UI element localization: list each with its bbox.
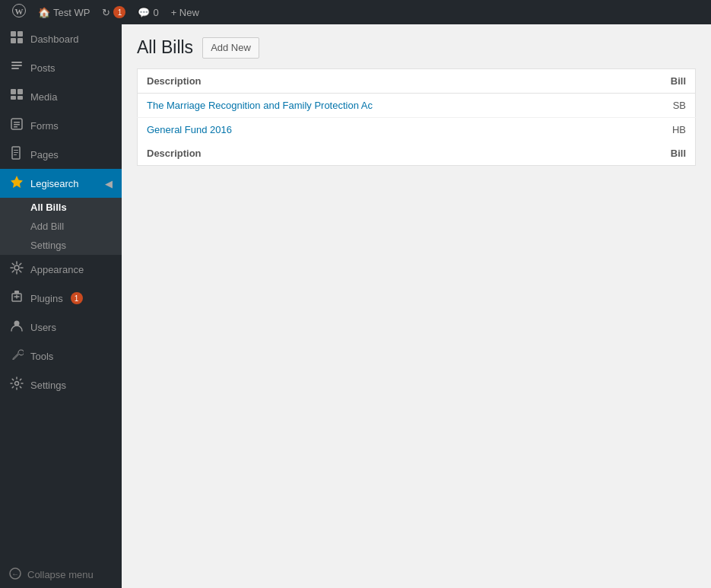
svg-rect-3 <box>17 31 23 37</box>
admin-menu: Dashboard Posts Media Forms Pages <box>0 24 122 588</box>
svg-rect-18 <box>14 150 18 151</box>
sidebar-item-forms[interactable]: Forms <box>0 111 122 140</box>
sidebar-item-label: Tools <box>30 351 53 362</box>
svg-rect-12 <box>17 96 23 100</box>
media-icon <box>9 88 24 105</box>
svg-rect-11 <box>11 96 16 100</box>
comments-count: 0 <box>153 7 158 18</box>
pages-icon <box>9 146 24 163</box>
svg-rect-15 <box>14 124 20 126</box>
svg-rect-8 <box>11 68 19 69</box>
bill-footer: Bill <box>627 141 696 166</box>
sidebar-item-plugins[interactable]: Plugins 1 <box>0 284 122 313</box>
users-icon <box>9 319 24 335</box>
new-content-button[interactable]: + New <box>165 0 205 24</box>
collapse-menu-button[interactable]: ← Collapse menu <box>0 561 122 588</box>
svg-text:W: W <box>15 6 24 15</box>
sidebar-item-label: Plugins <box>30 293 63 304</box>
submenu-label: All Bills <box>30 202 67 213</box>
svg-point-22 <box>14 265 19 270</box>
wp-layout: Dashboard Posts Media Forms Pages <box>0 24 711 588</box>
wp-logo-button[interactable]: W <box>6 0 32 24</box>
svg-point-28 <box>15 382 19 386</box>
sidebar-item-dashboard[interactable]: Dashboard <box>0 24 122 53</box>
bill-description-cell: The Marriage Recognition and Family Prot… <box>138 93 627 117</box>
sidebar-item-label: Pages <box>30 149 59 161</box>
sidebar-item-pages[interactable]: Pages <box>0 140 122 169</box>
bill-type-cell: SB <box>627 93 696 117</box>
svg-rect-7 <box>11 65 22 66</box>
svg-rect-10 <box>17 89 23 94</box>
comments-icon: 💬 <box>138 7 150 18</box>
svg-rect-2 <box>11 31 16 37</box>
settings-icon <box>9 377 24 393</box>
updates-button[interactable]: ↻ 1 <box>96 0 132 24</box>
plugins-badge: 1 <box>71 292 83 304</box>
submenu-item-add-bill[interactable]: Add Bill <box>0 217 122 236</box>
bill-header: Bill <box>627 68 696 93</box>
sidebar-item-posts[interactable]: Posts <box>0 53 122 82</box>
forms-icon <box>9 117 24 134</box>
new-label: + New <box>171 7 199 18</box>
bill-link[interactable]: The Marriage Recognition and Family Prot… <box>147 100 373 111</box>
collapse-label: Collapse menu <box>27 569 94 580</box>
submenu-label: Add Bill <box>30 221 64 232</box>
bill-link[interactable]: General Fund 2016 <box>147 124 232 135</box>
sidebar-item-label: Users <box>30 322 56 333</box>
description-footer: Description <box>138 141 627 166</box>
tools-icon <box>9 348 24 364</box>
sidebar-item-label: Media <box>30 91 57 103</box>
svg-rect-19 <box>14 152 18 153</box>
description-header: Description <box>138 68 627 93</box>
sidebar-item-label: Legisearch <box>30 178 79 189</box>
svg-rect-6 <box>11 62 22 63</box>
svg-rect-14 <box>14 122 20 123</box>
sidebar-item-label: Appearance <box>30 264 84 275</box>
main-inner: All Bills Add New Description Bill The M… <box>122 24 711 178</box>
svg-rect-9 <box>11 89 16 94</box>
updates-icon: ↻ <box>102 7 110 18</box>
main-content: All Bills Add New Description Bill The M… <box>122 24 711 588</box>
bill-description-cell: General Fund 2016 <box>138 117 627 141</box>
sidebar-item-media[interactable]: Media <box>0 82 122 111</box>
sidebar-item-label: Forms <box>30 120 59 132</box>
legisearch-icon <box>9 175 24 192</box>
svg-rect-4 <box>11 38 16 43</box>
home-icon: 🏠 <box>38 7 50 18</box>
updates-badge: 1 <box>113 6 125 18</box>
dashboard-icon <box>9 30 24 47</box>
page-title: All Bills <box>137 37 193 59</box>
submenu-item-all-bills[interactable]: All Bills <box>0 198 122 217</box>
posts-icon <box>9 59 24 76</box>
comments-button[interactable]: 💬 0 <box>132 0 164 24</box>
table-row: General Fund 2016 HB <box>138 117 696 141</box>
legisearch-submenu: All Bills Add Bill Settings <box>0 198 122 255</box>
sidebar-item-tools[interactable]: Tools <box>0 342 122 370</box>
site-name: Test WP <box>53 7 90 18</box>
sidebar-item-label: Settings <box>30 380 66 391</box>
svg-rect-16 <box>14 126 17 128</box>
plugins-icon <box>9 290 24 307</box>
svg-text:←: ← <box>11 570 19 578</box>
sidebar-item-label: Posts <box>30 62 56 74</box>
legisearch-arrow-icon: ◀ <box>105 178 113 189</box>
sidebar-item-label: Dashboard <box>30 33 79 45</box>
site-name-button[interactable]: 🏠 Test WP <box>32 0 96 24</box>
sidebar-item-appearance[interactable]: Appearance <box>0 255 122 284</box>
add-new-button[interactable]: Add New <box>202 37 259 59</box>
sidebar-bottom: ← Collapse menu <box>0 561 122 588</box>
wp-logo-icon: W <box>12 4 26 21</box>
svg-rect-5 <box>17 38 23 43</box>
svg-rect-20 <box>14 154 17 155</box>
sidebar-item-settings[interactable]: Settings <box>0 370 122 399</box>
sidebar-item-users[interactable]: Users <box>0 313 122 342</box>
bills-table: Description Bill The Marriage Recognitio… <box>137 68 696 166</box>
appearance-icon <box>9 261 24 278</box>
submenu-item-settings[interactable]: Settings <box>0 236 122 255</box>
collapse-icon: ← <box>9 567 21 582</box>
sidebar-item-legisearch[interactable]: Legisearch ◀ <box>0 169 122 198</box>
table-footer-row: Description Bill <box>138 141 696 166</box>
svg-marker-21 <box>11 176 23 188</box>
admin-bar: W 🏠 Test WP ↻ 1 💬 0 + New <box>0 0 711 24</box>
table-header-row: Description Bill <box>138 68 696 93</box>
